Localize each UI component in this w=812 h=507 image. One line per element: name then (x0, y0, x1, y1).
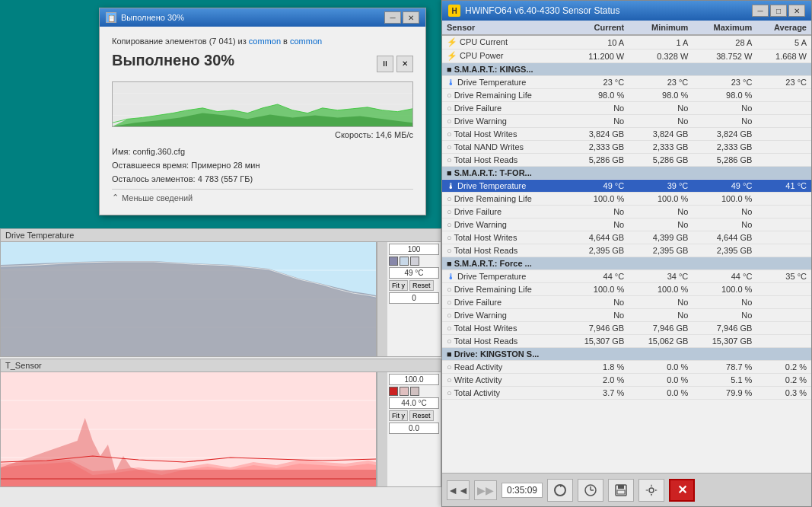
table-row: ○ Drive Failure No No No (442, 296, 811, 309)
sensor-avg: 35 °C (756, 270, 811, 283)
sensor-max: No (693, 296, 756, 309)
drive-temp-btns[interactable]: Fit y Reset (389, 280, 439, 291)
info-dest[interactable]: common (290, 37, 322, 46)
table-row: 🌡 Drive Temperature 44 °C 34 °C 44 °C 35… (442, 270, 811, 283)
sensor-avg (756, 141, 811, 154)
nav-back-btn[interactable]: ◄◄ (447, 480, 470, 500)
clock-btn[interactable] (578, 479, 603, 502)
sensor-min: 4,399 GB (629, 231, 693, 244)
circle-icon: ○ (447, 142, 452, 151)
t-sensor-btns[interactable]: Fit y Reset (389, 410, 439, 421)
table-row: ○ Read Activity 1.8 % 0.0 % 78.7 % 0.2 % (442, 361, 811, 374)
hwinfo-close-btn[interactable]: ✕ (788, 5, 805, 17)
table-row: ○ Drive Warning No No No (442, 309, 811, 322)
color-box-1 (389, 257, 398, 266)
info-source[interactable]: common (249, 37, 281, 46)
sensor-name: 🌡 Drive Temperature (442, 270, 565, 283)
sensor-current: 98.0 % (565, 89, 629, 102)
sensor-current: 2,333 GB (565, 141, 629, 154)
group-name: ■ S.M.A.R.T.: KINGS... (442, 63, 811, 76)
sensor-max: 5,286 GB (693, 154, 756, 167)
charts-panel: Drive Temperature (0, 228, 441, 507)
info-middle: в (281, 37, 290, 46)
sensor-min: No (629, 102, 693, 115)
close-button[interactable]: ✕ (403, 11, 419, 24)
hwinfo-restore-btn[interactable]: □ (770, 5, 787, 17)
sensor-current: No (565, 102, 629, 115)
stop-button[interactable]: ✕ (396, 56, 413, 72)
drive-temp-graph-area (1, 242, 377, 356)
sensor-min: 7,946 GB (629, 322, 693, 335)
file-name-value: config.360.cfg (133, 147, 186, 156)
refresh-btn[interactable] (547, 479, 573, 502)
table-row-highlighted: 🌡 Drive Temperature 49 °C 39 °C 49 °C 41… (442, 180, 811, 193)
circle-icon: ○ (447, 298, 452, 307)
copy-dialog: 📋 Выполнено 30% ─ ✕ Копирование элементо… (99, 8, 426, 215)
sensor-max: 28 A (693, 35, 756, 49)
sensor-current: 15,307 GB (565, 335, 629, 348)
settings-btn[interactable] (638, 479, 664, 502)
sensor-min: 98.0 % (629, 89, 693, 102)
progress-graph (112, 81, 413, 127)
time-value: Примерно 28 мин (191, 161, 260, 170)
sensor-current: No (565, 206, 629, 218)
t-sensor-body: 100.0 44.0 °C Fit y Reset 0.0 (1, 372, 441, 486)
sensor-max: 100.0 % (693, 283, 756, 296)
sensor-min: 34 °C (629, 270, 693, 283)
circle-icon: ○ (447, 324, 452, 333)
t-sensor-min: 0.0 (389, 422, 439, 434)
table-row: ○ Total Host Reads 15,307 GB 15,062 GB 1… (442, 335, 811, 348)
table-row: ○ Drive Remaining Life 100.0 % 100.0 % 1… (442, 193, 811, 206)
col-minimum: Minimum (629, 21, 693, 35)
t-sensor-scrollbar[interactable] (377, 372, 387, 486)
circle-icon: ○ (447, 194, 452, 203)
drive-temp-reset-btn[interactable]: Reset (409, 280, 434, 291)
time-label: Оставшееся время: (112, 161, 189, 170)
hwinfo-close-red-btn[interactable]: ✕ (669, 479, 695, 502)
drive-temp-scrollbar[interactable] (377, 242, 387, 356)
svg-rect-25 (617, 490, 625, 494)
sensor-min: 2,333 GB (629, 141, 693, 154)
table-row: ○ Drive Remaining Life 100.0 % 100.0 % 1… (442, 283, 811, 296)
sensor-max: 3,824 GB (693, 128, 756, 141)
table-row: ○ Total NAND Writes 2,333 GB 2,333 GB 2,… (442, 141, 811, 154)
hwinfo-panel: H HWiNFO64 v6.40-4330 Sensor Status ─ □ … (441, 0, 812, 507)
sensor-current: No (565, 309, 629, 322)
t-sensor-fity-btn[interactable]: Fit y (389, 410, 408, 421)
nav-forward-btn[interactable]: ▶▶ (474, 480, 497, 500)
sensor-max: 78.7 % (693, 361, 756, 374)
sensor-max: 79.9 % (693, 387, 756, 400)
less-details-button[interactable]: ⌃ Меньше сведений (112, 189, 413, 206)
sensor-table-wrapper[interactable]: Sensor Current Minimum Maximum Average ⚡… (442, 21, 811, 473)
drive-temp-title: Drive Temperature (1, 229, 441, 242)
save-btn[interactable] (608, 479, 634, 502)
circle-icon: ○ (447, 246, 452, 255)
svg-point-26 (649, 488, 654, 493)
drive-temp-fity-btn[interactable]: Fit y (389, 280, 408, 291)
minimize-button[interactable]: ─ (384, 11, 401, 24)
sensor-max: No (693, 102, 756, 115)
group-header-tfor: ■ S.M.A.R.T.: T-FOR... (442, 167, 811, 180)
t-sensor-reset-btn[interactable]: Reset (409, 410, 434, 421)
dialog-controls: Выполнено 30% ⏸ ✕ (112, 52, 413, 75)
sensor-min: 100.0 % (629, 193, 693, 206)
sensor-name: ⚡ CPU Power (442, 49, 565, 63)
sensor-min: No (629, 218, 693, 231)
hwinfo-titlebar-controls[interactable]: ─ □ ✕ (752, 5, 805, 17)
drive-temp-color-boxes (389, 257, 439, 266)
group-header-kings: ■ S.M.A.R.T.: KINGS... (442, 63, 811, 76)
titlebar-controls[interactable]: ─ ✕ (384, 11, 419, 24)
sensor-min: 0.328 W (629, 49, 693, 63)
sensor-current: No (565, 115, 629, 128)
hwinfo-content: Sensor Current Minimum Maximum Average ⚡… (442, 21, 811, 473)
sensor-name: ○ Drive Remaining Life (442, 193, 565, 206)
sensor-min: 1 A (629, 35, 693, 49)
sensor-max: 2,395 GB (693, 244, 756, 257)
copy-details: Имя: config.360.cfg Оставшееся время: Пр… (112, 145, 413, 186)
sensor-current: 44 °C (565, 270, 629, 283)
sensor-avg (756, 335, 811, 348)
circle-icon: ○ (447, 233, 452, 242)
hwinfo-minimize-btn[interactable]: ─ (752, 5, 769, 17)
pause-button[interactable]: ⏸ (377, 56, 393, 72)
sensor-current: 2.0 % (565, 374, 629, 387)
